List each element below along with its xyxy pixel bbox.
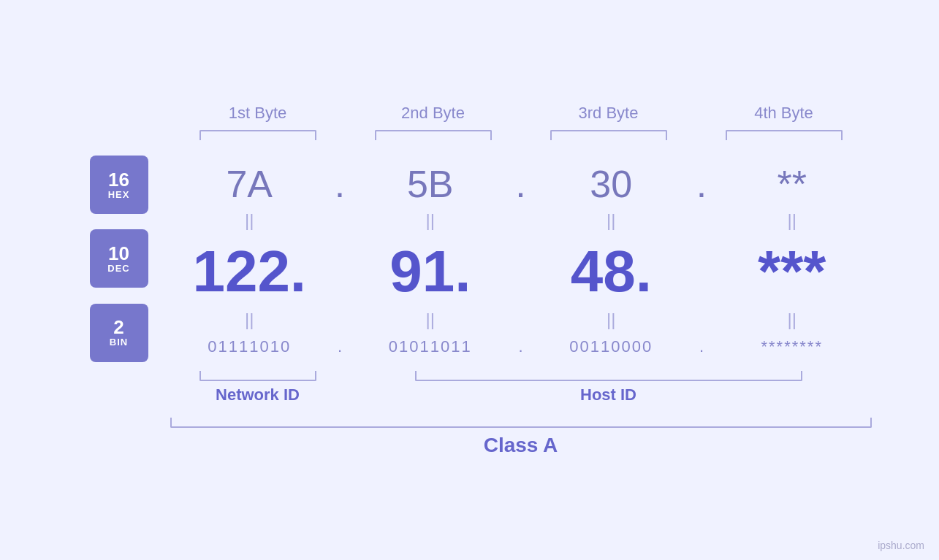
dec-badge: 10 DEC [90,229,148,288]
base-labels-column: 16 HEX 10 DEC 2 BIN [68,155,170,364]
host-bracket-wrap [346,371,872,381]
equals-2-1: || [170,308,330,331]
top-bracket-4 [696,130,872,140]
dec-byte-2: 91. [351,238,510,305]
equals-1-1: || [170,209,330,232]
hex-byte-3: 30 [532,162,691,206]
equals-1-4: || [712,209,872,232]
bottom-section: Network ID Host ID [68,371,872,404]
top-brackets-row [68,130,872,140]
bin-row: 01111010 . 01011011 . 00110000 . *******… [170,331,872,364]
top-bracket-1 [170,130,346,140]
hex-row: 7A . 5B . 30 . ** [170,155,872,209]
dec-row: 122. 91. 48. *** [170,232,872,308]
dec-byte-4: *** [712,238,872,305]
class-row: Class A [68,418,872,457]
id-brackets-row [170,371,872,381]
hex-badge: 16 HEX [90,156,148,214]
bin-badge: 2 BIN [90,304,148,362]
network-bracket [199,371,316,381]
byte-header-4: 4th Byte [696,104,872,123]
main-container: 1st Byte 2nd Byte 3rd Byte 4th Byte 16 H… [68,104,872,457]
byte-header-1: 1st Byte [170,104,346,123]
host-id-label: Host ID [346,386,872,404]
equals-2-2: || [351,308,510,331]
class-label: Class A [170,434,872,457]
equals-2-3: || [532,308,691,331]
equals-row-1: || || || || [170,209,872,232]
network-id-label: Network ID [170,386,346,404]
top-bracket-3 [521,130,696,140]
bin-byte-4: ******** [712,337,872,356]
watermark: ipshu.com [878,540,924,551]
dec-byte-3: 48. [532,238,691,305]
hex-byte-2: 5B [351,162,510,206]
equals-row-2: || || || || [170,308,872,331]
byte-header-3: 3rd Byte [521,104,696,123]
bin-byte-3: 00110000 [532,337,691,356]
content-area: 16 HEX 10 DEC 2 BIN 7A . 5B [68,155,872,364]
equals-2-4: || [712,308,872,331]
host-bracket [415,371,802,381]
bin-byte-1: 01111010 [170,337,330,356]
dec-byte-1: 122. [170,238,330,305]
top-bracket-2 [346,130,521,140]
hex-byte-1: 7A [170,162,330,206]
equals-1-3: || [532,209,691,232]
equals-1-2: || [351,209,510,232]
bin-byte-2: 01011011 [351,337,510,356]
hex-byte-4: ** [712,162,872,206]
id-labels-row: Network ID Host ID [170,386,872,404]
network-bracket-wrap [170,371,346,381]
byte-headers-row: 1st Byte 2nd Byte 3rd Byte 4th Byte [68,104,872,123]
byte-header-2: 2nd Byte [346,104,521,123]
data-rows: 7A . 5B . 30 . ** || || [170,155,872,364]
class-bracket [170,418,872,428]
